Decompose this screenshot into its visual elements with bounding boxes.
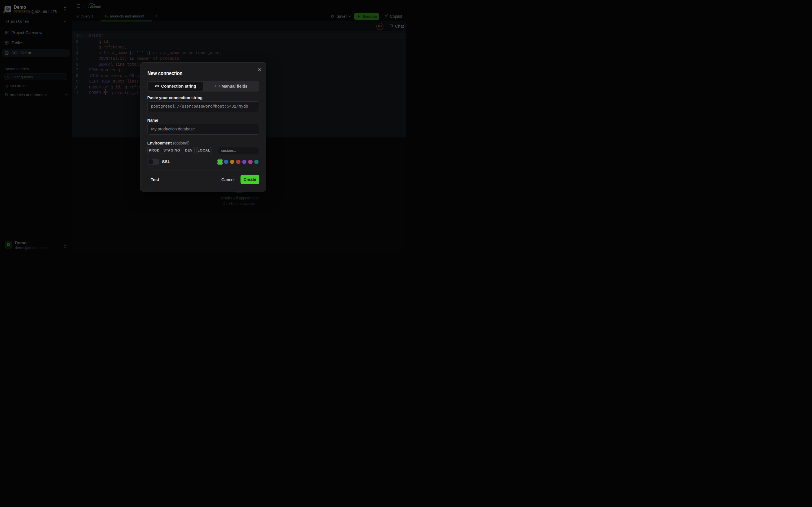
svg-text:db: db bbox=[90, 5, 94, 8]
svg-text:lumi: lumi bbox=[94, 5, 101, 8]
